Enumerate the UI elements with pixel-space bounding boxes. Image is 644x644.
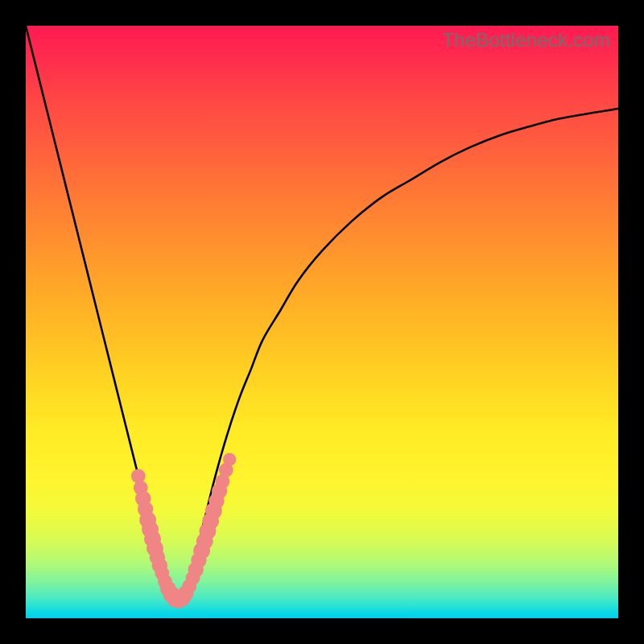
- curve-marker: [131, 469, 146, 483]
- plot-area: TheBottleneck.com: [26, 26, 618, 618]
- curve-marker: [223, 453, 236, 466]
- curve-markers: [131, 453, 236, 609]
- chart-frame: TheBottleneck.com: [0, 0, 644, 644]
- curve-svg: [26, 26, 618, 618]
- bottleneck-curve: [26, 26, 618, 602]
